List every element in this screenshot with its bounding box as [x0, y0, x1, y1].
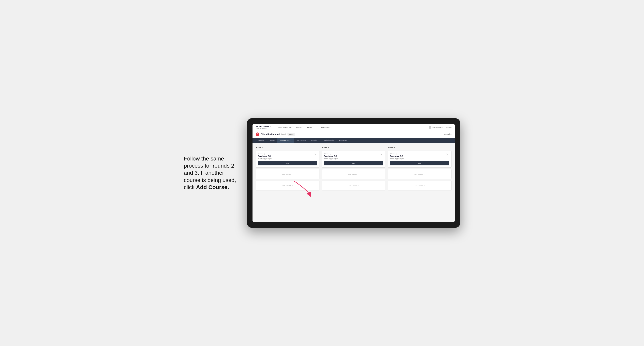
- round-1-column: Round 1 (Course A) Peachtree GC Yellow (…: [256, 147, 320, 190]
- round-1-label: Round 1: [256, 147, 320, 149]
- course-3-tag: (Course A): [390, 153, 404, 155]
- top-nav: SCOREBOARD Powered by clippd TOURNAMENTS…: [252, 124, 455, 131]
- course-1-details: Yellow (M) (6629 yds): [258, 158, 272, 160]
- tablet-frame: SCOREBOARD Powered by clippd TOURNAMENTS…: [247, 118, 460, 228]
- nav-committee[interactable]: COMMITTEE: [306, 126, 317, 128]
- user-email: blair@clippd.io: [432, 126, 443, 128]
- round-3-add-course-2[interactable]: Add Course +: [388, 180, 452, 190]
- course-3-details: Yellow (M) (6629 yds): [390, 158, 404, 160]
- card-header-row-3: (Course A) Peachtree GC Yellow (M) (6629…: [390, 153, 449, 161]
- sub-header-left: C Clippd Invitational (Men) Hosting: [256, 133, 295, 136]
- round-2-add-course-1[interactable]: Add Course +: [322, 169, 386, 179]
- round-3-add-course-1[interactable]: Add Course +: [388, 169, 452, 179]
- nav-separator: |: [444, 126, 444, 128]
- round-2-add-course-2[interactable]: Add Course +: [322, 180, 386, 190]
- round-1-add-course-2[interactable]: Add Course +: [256, 180, 320, 190]
- round-2-label: Round 2: [322, 147, 386, 149]
- course-2-tag: (Course A): [324, 153, 338, 155]
- tab-teams[interactable]: Teams: [267, 138, 278, 143]
- remove-icon-3: ×: [447, 154, 448, 156]
- round-3-remove-button[interactable]: ×: [446, 153, 449, 156]
- hosting-badge: Hosting: [288, 133, 295, 136]
- nav-tournaments[interactable]: TOURNAMENTS: [278, 126, 292, 128]
- nav-rankings[interactable]: RANKINGS: [320, 126, 330, 128]
- round-3-label: Round 3: [388, 147, 452, 149]
- logo-text: SCOREBOARD: [256, 125, 273, 128]
- user-avatar-icon: [428, 126, 431, 129]
- card-header-row-2: (Course A) Peachtree GC Yellow (M) (6629…: [324, 153, 384, 161]
- add-course-text-r2-1: Add Course +: [348, 173, 359, 175]
- nav-links: TOURNAMENTS TEAMS COMMITTEE RANKINGS: [278, 126, 424, 128]
- add-course-text-r3-1: Add Course +: [414, 173, 425, 175]
- course-1-tag: (Course A): [258, 153, 272, 155]
- sign-out-link[interactable]: Sign out: [446, 126, 452, 128]
- round-3-column: Round 3 (Course A) Peachtree GC Yellow (…: [388, 147, 452, 190]
- tournament-name: Clippd Invitational: [261, 133, 280, 136]
- round-3-course-card: (Course A) Peachtree GC Yellow (M) (6629…: [388, 151, 452, 168]
- clippd-logo-icon: C: [256, 133, 259, 136]
- cancel-button[interactable]: Cancel ×: [444, 133, 452, 135]
- logo-sub: Powered by clippd: [256, 128, 273, 129]
- cancel-x-icon: ×: [450, 133, 452, 135]
- plus-icon-r2-2: +: [358, 184, 359, 187]
- instruction-text: Follow the same process for rounds 2 and…: [184, 155, 239, 191]
- nav-right: blair@clippd.io | Sign out: [428, 126, 452, 129]
- tab-printables[interactable]: Printables: [336, 138, 350, 143]
- remove-icon-2: ×: [381, 154, 382, 156]
- add-course-text-r1-1: Add Course +: [282, 173, 292, 175]
- tabs-bar: Details Teams Course Setup Tee Groups Re…: [252, 138, 455, 143]
- tab-tee-groups[interactable]: Tee Groups: [294, 138, 308, 143]
- tournament-format: (Men): [281, 133, 286, 135]
- round-1-add-course-1[interactable]: Add Course +: [256, 169, 320, 179]
- round-2-column: Round 2 (Course A) Peachtree GC Yellow (…: [322, 147, 386, 190]
- tab-course-setup[interactable]: Course Setup: [278, 138, 294, 143]
- nav-teams[interactable]: TEAMS: [296, 126, 302, 128]
- round-1-remove-button[interactable]: ×: [314, 153, 317, 156]
- round-2-edit-button[interactable]: Edit: [324, 161, 384, 166]
- plus-icon-r3-1: +: [424, 173, 425, 175]
- content-area: Round 1 (Course A) Peachtree GC Yellow (…: [252, 143, 455, 222]
- add-course-text-r2-2: Add Course +: [348, 184, 359, 187]
- plus-icon-r1-1: +: [292, 173, 293, 175]
- course-3-name: Peachtree GC: [390, 155, 404, 157]
- sub-header: C Clippd Invitational (Men) Hosting Canc…: [252, 131, 455, 138]
- course-1-name: Peachtree GC: [258, 155, 272, 157]
- instruction-bold: Add Course.: [196, 184, 229, 190]
- add-course-text-r1-2: Add Course +: [282, 184, 292, 187]
- logo-area: SCOREBOARD Powered by clippd: [256, 125, 273, 129]
- tab-details[interactable]: Details: [256, 138, 267, 143]
- plus-icon-r2-1: +: [358, 173, 359, 175]
- tab-results[interactable]: Results: [308, 138, 320, 143]
- add-course-text-r3-2: Add Course +: [414, 184, 425, 187]
- page-wrapper: Follow the same process for rounds 2 and…: [184, 118, 460, 228]
- tab-leaderboards[interactable]: Leaderboards: [320, 138, 336, 143]
- round-1-edit-button[interactable]: Edit: [258, 161, 317, 166]
- course-2-details: Yellow (M) (6629 yds): [324, 158, 338, 160]
- plus-icon-r3-2: +: [424, 184, 425, 187]
- round-2-course-card: (Course A) Peachtree GC Yellow (M) (6629…: [322, 151, 386, 168]
- tablet-screen: SCOREBOARD Powered by clippd TOURNAMENTS…: [252, 124, 455, 222]
- card-header-row: (Course A) Peachtree GC Yellow (M) (6629…: [258, 153, 317, 161]
- course-2-name: Peachtree GC: [324, 155, 338, 157]
- remove-icon: ×: [315, 154, 316, 156]
- plus-icon-r1-2: +: [292, 184, 293, 187]
- round-2-remove-button[interactable]: ×: [380, 153, 383, 156]
- round-3-edit-button[interactable]: Edit: [390, 161, 449, 166]
- rounds-grid: Round 1 (Course A) Peachtree GC Yellow (…: [256, 147, 452, 190]
- round-1-course-card: (Course A) Peachtree GC Yellow (M) (6629…: [256, 151, 320, 168]
